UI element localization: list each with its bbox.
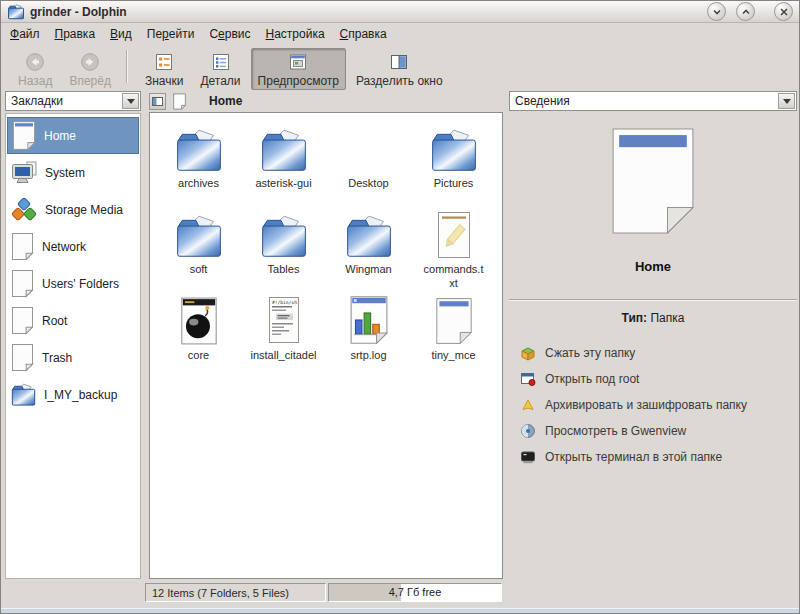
sidebar-item-label: Users' Folders (42, 277, 119, 291)
package-icon (520, 345, 536, 361)
file-label: asterisk-gui (255, 177, 311, 191)
file-label: Tables (268, 263, 300, 277)
info-separator (509, 299, 797, 301)
action-label: Открыть под root (545, 372, 639, 386)
window-title: grinder - Dolphin (30, 5, 127, 19)
forward-arrow-icon (80, 52, 100, 72)
titlebar[interactable]: grinder - Dolphin (1, 1, 799, 23)
sidebar-item-trash[interactable]: Trash (7, 339, 139, 376)
split-view-button[interactable]: Разделить окно (349, 48, 450, 90)
action-archive-encrypt[interactable]: Архивировать и зашифровать папку (520, 397, 797, 413)
file-view[interactable]: archives asterisk-gui Desktop Pictures s… (149, 112, 503, 579)
capacity-bar: 4,7 Гб free (328, 583, 502, 602)
action-compress-folder[interactable]: Сжать эту папку (520, 345, 797, 361)
info-type-value: Папка (650, 311, 684, 325)
sidebar-item-backup[interactable]: I_MY_backup (7, 376, 139, 413)
file-item-core[interactable]: core (156, 292, 241, 378)
sidebar-item-label: Storage Media (45, 203, 123, 217)
preview-toggle-button[interactable]: Предпросмотр (251, 48, 346, 90)
back-label: Назад (18, 74, 52, 88)
chevron-down-icon (127, 99, 135, 104)
places-list: Home System Storage Media Network (5, 113, 141, 579)
minimize-button[interactable] (707, 2, 726, 21)
sidebar-item-label: System (45, 166, 85, 180)
sidebar-item-network[interactable]: Network (7, 228, 139, 265)
root-window-icon (520, 371, 536, 387)
folder-icon (174, 128, 224, 174)
bomb-file-icon (178, 296, 220, 346)
maximize-button[interactable] (736, 2, 755, 21)
info-type-row: Тип: Папка (622, 311, 685, 325)
split-window-icon (389, 52, 409, 72)
file-item-soft[interactable]: soft (156, 206, 241, 292)
file-item-install-citadel[interactable]: #!/bin/sh install_citadel (241, 292, 326, 378)
file-item-desktop[interactable]: Desktop (326, 120, 411, 206)
info-combo-button[interactable] (778, 93, 795, 109)
folder-icon (429, 128, 479, 174)
url-editable-toggle[interactable] (149, 93, 166, 110)
status-items-count: 12 Items (7 Folders, 5 Files) (145, 583, 326, 602)
dolphin-window: grinder - Dolphin Файл Правка Вид Перейт… (0, 0, 800, 614)
url-navigator: Home (149, 91, 503, 111)
menu-edit[interactable]: Правка (55, 27, 96, 41)
file-item-asterisk-gui[interactable]: asterisk-gui (241, 120, 326, 206)
selected-item-preview-icon (604, 123, 702, 239)
places-combo-button[interactable] (122, 93, 139, 109)
document-icon (10, 306, 35, 335)
file-item-tiny-mce[interactable]: tiny_mce (411, 292, 496, 378)
chevron-down-icon (712, 7, 722, 17)
menu-go[interactable]: Перейти (147, 27, 195, 41)
file-item-wingman[interactable]: Wingman (326, 206, 411, 292)
document-icon (10, 269, 35, 298)
folder-icon (10, 383, 37, 407)
encrypt-icon (520, 397, 536, 413)
file-item-tables[interactable]: Tables (241, 206, 326, 292)
file-label: Wingman (345, 263, 391, 277)
free-space-label: 4,7 Гб free (329, 584, 501, 601)
menu-settings[interactable]: Настройка (266, 27, 325, 41)
action-view-in-gwenview[interactable]: Просмотреть в Gwenview (520, 423, 797, 439)
document-icon (172, 93, 187, 110)
action-open-terminal-here[interactable]: Открыть терминал в этой папке (520, 449, 797, 465)
sidebar-item-system[interactable]: System (7, 154, 139, 191)
sidebar-item-label: Network (42, 240, 86, 254)
file-item-archives[interactable]: archives (156, 120, 241, 206)
sidebar-item-storage-media[interactable]: Storage Media (7, 191, 139, 228)
info-item-title: Home (635, 259, 671, 274)
forward-label: Вперёд (69, 74, 111, 88)
file-label: Desktop (348, 177, 388, 191)
action-label: Открыть терминал в этой папке (545, 450, 722, 464)
menu-view[interactable]: Вид (110, 27, 132, 41)
sidebar-item-home[interactable]: Home (7, 117, 139, 154)
back-button[interactable]: Назад (11, 48, 59, 90)
action-open-as-root[interactable]: Открыть под root (520, 371, 797, 387)
file-item-pictures[interactable]: Pictures (411, 120, 496, 206)
sidebar-item-root[interactable]: Root (7, 302, 139, 339)
breadcrumb-folder-button[interactable] (170, 92, 189, 110)
places-panel-selector[interactable]: Закладки (5, 91, 141, 111)
breadcrumb[interactable]: Home (209, 94, 242, 108)
action-label: Просмотреть в Gwenview (545, 424, 686, 438)
close-button[interactable] (774, 2, 793, 21)
window-bottom-edge (1, 608, 799, 613)
file-item-commands-txt[interactable]: commands.txt (411, 206, 496, 292)
sidebar-item-label: Root (42, 314, 67, 328)
menu-help[interactable]: Справка (340, 27, 387, 41)
menubar: Файл Правка Вид Перейти Сервис Настройка… (1, 23, 799, 45)
details-view-icon (211, 52, 231, 72)
file-item-srtp-log[interactable]: srtp.log (326, 292, 411, 378)
menu-tools[interactable]: Сервис (209, 27, 250, 41)
details-view-button[interactable]: Детали (193, 48, 247, 90)
split-view-label: Разделить окно (356, 74, 443, 88)
icons-view-button[interactable]: Значки (138, 48, 191, 90)
sidebar-item-users-folders[interactable]: Users' Folders (7, 265, 139, 302)
menu-file[interactable]: Файл (10, 27, 40, 41)
chevron-up-icon (741, 7, 751, 17)
info-actions: Сжать эту папку Открыть под root Архивир… (509, 345, 797, 465)
forward-button[interactable]: Вперёд (62, 48, 118, 90)
folder-icon (259, 128, 309, 174)
action-label: Архивировать и зашифровать папку (545, 398, 747, 412)
document-icon (10, 343, 35, 372)
info-panel-selector[interactable]: Сведения (509, 91, 797, 111)
sidebar-item-label: Home (44, 129, 76, 143)
